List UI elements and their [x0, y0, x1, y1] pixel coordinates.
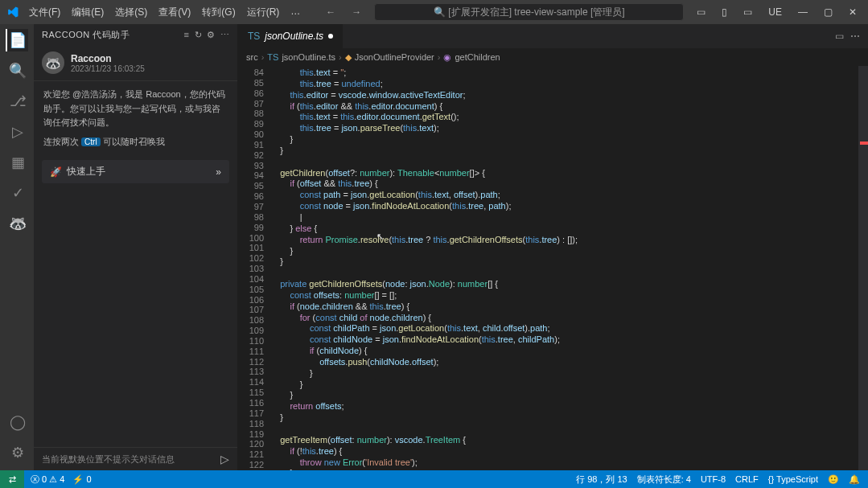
tab-action-split-icon[interactable]: ▭: [835, 31, 844, 42]
sidebar-header-icon-3[interactable]: ⚙: [207, 30, 216, 40]
ts-file-icon: TS: [267, 52, 278, 62]
tab-action-more-icon[interactable]: ⋯: [850, 31, 860, 42]
layout-sidebar-icon[interactable]: ▭: [738, 5, 757, 19]
editor-group: TS jsonOutline.ts ▭ ⋯ src› TS jsonOutlin…: [238, 24, 868, 470]
status-encoding[interactable]: UTF-8: [701, 474, 726, 484]
assistant-hint-pre: 连按两次: [43, 137, 79, 146]
class-icon: ◆: [345, 52, 352, 63]
status-bar: ⇄ ⓧ 0 ⚠ 4 ⚡ 0 行 98，列 13 制表符长度: 4 UTF-8 C…: [0, 470, 868, 488]
activity-search-icon[interactable]: 🔍: [6, 59, 28, 82]
quick-start-button[interactable]: 🚀快速上手 »: [42, 160, 229, 183]
layout-panel-icon[interactable]: ▯: [717, 5, 732, 19]
rocket-icon: 🚀: [50, 166, 62, 178]
sidebar-header: RACCOON 代码助手 ≡ ↻ ⚙ ⋯: [34, 24, 237, 45]
assistant-name: Raccoon: [71, 53, 145, 64]
nav-back-icon[interactable]: ←: [321, 5, 340, 19]
menu-selection[interactable]: 选择(S): [110, 2, 152, 23]
assistant-hint-post: 可以随时召唤我: [103, 137, 165, 146]
code-area[interactable]: 8485868788899091929394959697989910010110…: [238, 66, 868, 470]
send-icon[interactable]: ▷: [220, 453, 229, 465]
status-feedback-icon[interactable]: 🙂: [828, 474, 839, 485]
assistant-date: 2023/11/23 16:03:25: [71, 64, 145, 73]
activity-account-icon[interactable]: ◯: [6, 411, 28, 433]
sidebar: RACCOON 代码助手 ≡ ↻ ⚙ ⋯ 🦝 Raccoon 2023/11/2…: [34, 24, 238, 470]
sidebar-header-icon-2[interactable]: ↻: [195, 30, 203, 40]
main: 📄 🔍 ⎇ ▷ ▦ ✓ 🦝 ◯ ⚙ RACCOON 代码助手 ≡ ↻ ⚙ ⋯ 🦝…: [0, 24, 868, 470]
raccoon-avatar-icon: 🦝: [42, 51, 64, 74]
titlebar: 文件(F) 编辑(E) 选择(S) 查看(V) 转到(G) 运行(R) … ← …: [0, 0, 868, 24]
code[interactable]: this.text = ''; this.tree = undefined; t…: [270, 66, 858, 470]
tab-filename: jsonOutline.ts: [265, 31, 323, 42]
command-center[interactable]: 🔍 [扩展开发宿主] tree-view-sample [管理员]: [374, 3, 684, 21]
assistant-greeting: 欢迎您 @浩浩汤汤，我是 Raccoon，您的代码助手。您可以让我与您一起写代码…: [43, 88, 228, 130]
method-icon: ◉: [443, 52, 451, 63]
menu-bar: 文件(F) 编辑(E) 选择(S) 查看(V) 转到(G) 运行(R) …: [24, 2, 305, 23]
gutter: 8485868788899091929394959697989910010110…: [238, 66, 270, 470]
minimap-error-marker[interactable]: [860, 141, 868, 145]
quick-label: 快速上手: [67, 165, 105, 178]
activity-settings-icon[interactable]: ⚙: [6, 441, 28, 464]
breadcrumb-class[interactable]: JsonOutlineProvider: [355, 52, 434, 62]
breadcrumb-folder[interactable]: src: [246, 52, 258, 62]
assistant-hint-chip: Ctrl: [81, 137, 101, 146]
window-close-icon[interactable]: ✕: [844, 5, 862, 19]
window-minimize-icon[interactable]: —: [793, 5, 812, 19]
tab-active[interactable]: TS jsonOutline.ts: [238, 24, 343, 48]
sidebar-header-more-icon[interactable]: ⋯: [220, 30, 230, 40]
ts-file-icon: TS: [248, 31, 260, 42]
tab-bar: TS jsonOutline.ts ▭ ⋯: [238, 24, 868, 48]
activity-extensions-icon[interactable]: ▦: [6, 151, 28, 174]
minimap[interactable]: [858, 66, 868, 470]
sidebar-input[interactable]: 当前视默换位置不提示关对话信息 ▷: [34, 447, 237, 470]
assistant-header: 🦝 Raccoon 2023/11/23 16:03:25: [34, 45, 237, 81]
activity-testing-icon[interactable]: ✓: [6, 182, 28, 204]
assistant-body: 欢迎您 @浩浩汤汤，我是 Raccoon，您的代码助手。您可以让我与您一起写代码…: [34, 81, 237, 155]
status-line-col[interactable]: 行 98，列 13: [576, 474, 627, 486]
status-errors[interactable]: ⓧ 0 ⚠ 4: [31, 474, 64, 486]
activity-explorer-icon[interactable]: 📄: [6, 29, 28, 51]
sidebar-header-icon-1[interactable]: ≡: [184, 30, 190, 40]
menu-file[interactable]: 文件(F): [24, 2, 65, 23]
breadcrumb-file[interactable]: jsonOutline.ts: [282, 52, 335, 62]
menu-edit[interactable]: 编辑(E): [67, 2, 109, 23]
layout-primary-icon[interactable]: ▭: [692, 5, 710, 19]
menu-run[interactable]: 运行(R): [242, 2, 285, 23]
window-controls: ▭ ▯ ▭ UE — ▢ ✕: [692, 5, 862, 19]
status-language[interactable]: {} TypeScript: [768, 474, 818, 484]
vscode-logo-icon: [6, 6, 19, 18]
breadcrumb-method[interactable]: getChildren: [455, 52, 500, 62]
status-eol[interactable]: CRLF: [735, 474, 759, 484]
menu-more[interactable]: …: [286, 2, 305, 23]
nav-buttons: ← →: [321, 5, 366, 19]
chevron-right-icon: »: [216, 166, 221, 178]
layout-label[interactable]: UE: [763, 5, 787, 19]
activity-raccoon-icon[interactable]: 🦝: [6, 212, 28, 235]
status-spaces[interactable]: 制表符长度: 4: [637, 474, 691, 486]
status-port[interactable]: ⚡ 0: [72, 474, 91, 485]
window-maximize-icon[interactable]: ▢: [819, 5, 837, 19]
tab-dirty-icon: [328, 34, 333, 39]
sidebar-bottom-hint: 当前视默换位置不提示关对话信息: [42, 453, 175, 465]
breadcrumb[interactable]: src› TS jsonOutline.ts› ◆ JsonOutlinePro…: [238, 48, 868, 66]
menu-view[interactable]: 查看(V): [154, 2, 195, 23]
status-bell-icon[interactable]: 🔔: [849, 474, 860, 485]
menu-go[interactable]: 转到(G): [197, 2, 240, 23]
activity-debug-icon[interactable]: ▷: [6, 121, 28, 143]
nav-forward-icon[interactable]: →: [347, 5, 366, 19]
remote-icon[interactable]: ⇄: [0, 470, 24, 488]
activity-bar: 📄 🔍 ⎇ ▷ ▦ ✓ 🦝 ◯ ⚙: [0, 24, 34, 470]
sidebar-title: RACCOON 代码助手: [42, 29, 130, 41]
activity-scm-icon[interactable]: ⎇: [6, 90, 28, 113]
